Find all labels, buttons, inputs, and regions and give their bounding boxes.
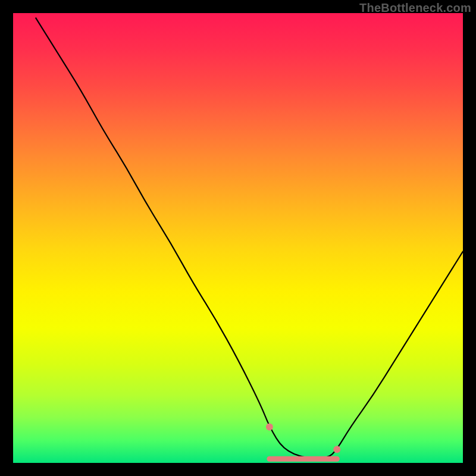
- watermark-text: TheBottleneck.com: [359, 1, 471, 15]
- range-end-marker: [333, 446, 340, 453]
- range-start-marker: [266, 424, 273, 431]
- bottleneck-curve: [36, 18, 463, 459]
- chart-svg: [13, 13, 463, 463]
- plot-area: [13, 13, 463, 463]
- chart-frame: TheBottleneck.com: [0, 0, 476, 476]
